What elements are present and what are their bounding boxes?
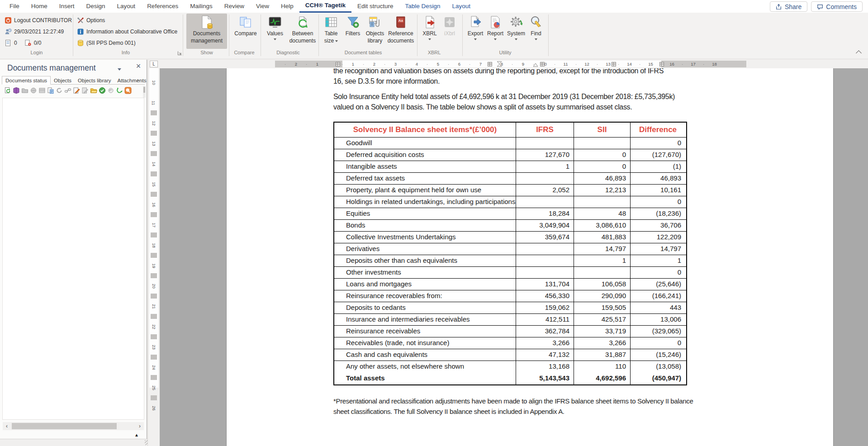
document-page[interactable]: the recognition and valuation bases on a… <box>226 68 834 446</box>
edit-document-icon[interactable] <box>73 87 80 94</box>
find-button[interactable]: Find <box>527 14 545 49</box>
table-cell-item: Reinsurance recoverables from: <box>334 290 516 302</box>
paste-document-icon[interactable] <box>47 87 54 94</box>
search-database-icon[interactable] <box>124 87 132 94</box>
tab-stop-selector[interactable]: L <box>150 61 158 67</box>
tab-insert[interactable]: Insert <box>53 0 81 13</box>
tab-edit-structure[interactable]: Edit structure <box>351 0 399 13</box>
table-cell-ifrs: 47,132 <box>516 349 574 361</box>
hanging-indent-marker-icon[interactable] <box>533 63 538 67</box>
report-button[interactable]: Report <box>486 14 505 49</box>
paragraph: Solo Insurance Entity held total assets … <box>333 91 692 112</box>
ribbon-tab-bar: File Home Insert Design Layout Reference… <box>0 0 868 13</box>
table-cell-difference: 46,893 <box>631 173 685 184</box>
panel-close-icon[interactable]: × <box>134 62 143 71</box>
refresh-document-icon[interactable] <box>4 87 11 94</box>
table-cell-sii: 290,090 <box>574 290 631 302</box>
table-column-marker-icon[interactable] <box>336 62 340 66</box>
document-canvas: the recognition and valuation bases on a… <box>160 68 868 446</box>
tab-home[interactable]: Home <box>25 0 53 13</box>
panel-horizontal-scrollbar[interactable]: ‹ › <box>3 422 144 430</box>
compare-button[interactable]: Compare <box>232 14 260 49</box>
scrollbar-track[interactable] <box>11 423 136 429</box>
tab-cch-tagetik[interactable]: CCH® Tagetik <box>299 0 351 13</box>
system-dropdown-icon[interactable] <box>515 38 517 40</box>
tab-references[interactable]: References <box>141 0 184 13</box>
xbrl-dropdown-icon[interactable] <box>428 38 431 40</box>
table-cell-item: Collective Investments Undertakings <box>334 232 516 243</box>
panel-tab-documents-status[interactable]: Documents status <box>2 76 51 85</box>
filters-icon <box>346 15 360 29</box>
comments-label: Comments <box>826 3 857 10</box>
indent-marker-icon[interactable] <box>497 61 502 67</box>
table-cell-item: Goodwill <box>334 138 516 149</box>
panel-toolbar-scrollbar[interactable] <box>143 86 146 98</box>
ruler-number: 4 <box>406 61 427 67</box>
logout-button[interactable]: Logout CONTRIBUTOR <box>5 16 72 24</box>
scrollbar-thumb[interactable] <box>12 423 117 429</box>
tab-review[interactable]: Review <box>218 0 250 13</box>
database-label: (SII PPS Demo 001) <box>86 40 136 46</box>
tab-help[interactable]: Help <box>275 0 299 13</box>
panel-tab-objects-library[interactable]: Objects library <box>75 76 114 84</box>
export-dropdown-icon[interactable] <box>474 38 477 40</box>
table-row: Reinsurance recoverables from: 456,330 2… <box>334 290 686 302</box>
panel-tab-objects[interactable]: Objects <box>51 76 75 84</box>
list-disabled-icon <box>38 87 46 94</box>
logout-label: Logout CONTRIBUTOR <box>14 17 72 24</box>
tab-design[interactable]: Design <box>81 0 111 13</box>
xbrl-group-label: XBRL <box>407 50 461 55</box>
table-cell-sii: 33,719 <box>574 326 631 337</box>
information-button[interactable]: Information about Collaborative Office <box>77 28 177 36</box>
scroll-right-icon[interactable]: › <box>136 423 144 429</box>
recycle-icon[interactable] <box>116 87 123 94</box>
database-info: (SII PPS Demo 001) <box>77 39 136 47</box>
table-header-cell: IFRS <box>516 123 574 137</box>
filters-button[interactable]: Filters <box>343 14 363 49</box>
group-divider <box>73 14 73 56</box>
panel-tab-overflow-icon[interactable]: › <box>137 77 139 83</box>
panel-menu-icon[interactable] <box>118 68 121 71</box>
tab-mailings[interactable]: Mailings <box>184 0 218 13</box>
between-documents-label: Between <box>292 31 313 37</box>
share-button[interactable]: Share <box>770 1 807 12</box>
objects-library-button[interactable]: Objects library <box>364 14 386 49</box>
tab-file[interactable]: File <box>4 0 25 13</box>
table-size-button[interactable]: Table size <box>320 14 342 49</box>
ribbon-collapse-icon[interactable] <box>856 50 862 56</box>
tab-table-layout[interactable]: Layout <box>446 0 477 13</box>
table-cell-difference: 13,006 <box>631 314 685 325</box>
table-size-dropdown-icon[interactable] <box>335 40 338 42</box>
comments-button[interactable]: Comments <box>811 1 863 12</box>
report-dropdown-icon[interactable] <box>494 38 497 40</box>
options-button[interactable]: Options <box>77 16 105 24</box>
system-button[interactable]: System <box>506 14 526 49</box>
table-column-marker-icon[interactable] <box>540 62 545 66</box>
find-dropdown-icon[interactable] <box>535 38 537 40</box>
tab-table-design[interactable]: Table Design <box>399 0 446 13</box>
open-folder-icon[interactable] <box>90 87 97 94</box>
table-column-marker-icon[interactable] <box>659 62 664 66</box>
book-icon[interactable] <box>13 87 20 94</box>
between-documents-button[interactable]: Between documents <box>288 14 318 49</box>
tab-layout[interactable]: Layout <box>111 0 142 13</box>
scroll-left-icon[interactable]: ‹ <box>3 423 11 429</box>
table-cell-sii: 4,692,596 <box>574 372 631 384</box>
documents-management-button[interactable]: Documents management <box>186 14 227 49</box>
panel-collapse-icon[interactable]: ▲ <box>134 432 139 437</box>
table-row: Holdings in related undertakings, includ… <box>334 196 686 208</box>
table-row: Intangible assets 1 0 (1) <box>334 161 686 173</box>
table-row: Loans and mortgages 131,704 106,058 (25,… <box>334 279 686 290</box>
values-button[interactable]: Values <box>263 14 287 49</box>
values-dropdown-icon[interactable] <box>274 38 276 40</box>
approve-icon[interactable] <box>99 87 106 94</box>
system-icon <box>509 15 523 29</box>
xbrl-button[interactable]: XBRL <box>420 14 440 49</box>
table-column-marker-icon[interactable] <box>612 62 616 66</box>
reference-documents-button[interactable]: Aa Reference documents <box>387 14 414 49</box>
tab-view[interactable]: View <box>250 0 275 13</box>
compare-label: Compare <box>234 31 256 37</box>
table-column-marker-icon[interactable] <box>488 62 492 66</box>
export-button[interactable]: Export <box>466 14 485 49</box>
solvency-table[interactable]: Solvency II Balance sheet items*(£’000) … <box>333 122 687 385</box>
